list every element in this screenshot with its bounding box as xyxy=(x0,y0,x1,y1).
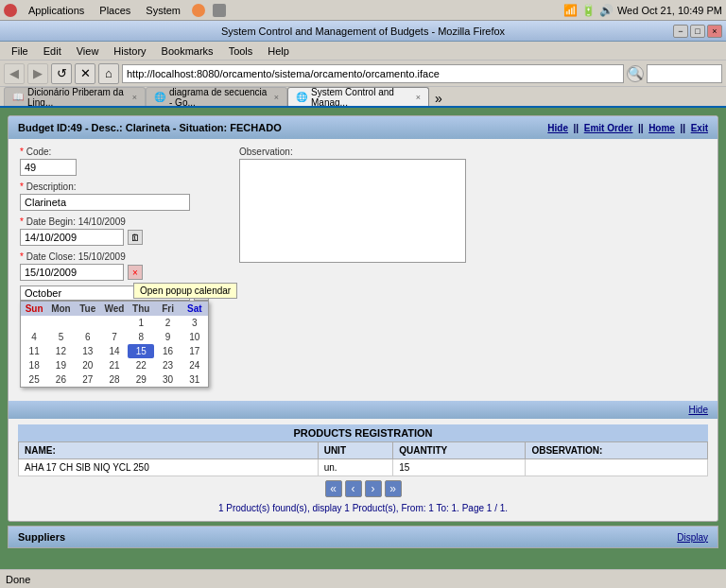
os-app2-icon xyxy=(213,4,226,17)
products-hide-link[interactable]: Hide xyxy=(688,405,708,415)
form-row-main: Code: Description: Date Begin: 14/10/200… xyxy=(20,147,706,388)
cal-day-19[interactable]: 19 xyxy=(47,358,74,372)
date-close-row: × xyxy=(20,264,209,281)
suppliers-display-link[interactable]: Display xyxy=(677,532,708,543)
products-title: PRODUCTS REGISTRATION xyxy=(18,424,708,441)
maximize-button[interactable]: □ xyxy=(690,25,705,38)
budget-header: Budget ID:49 - Desc.: Clarineta - Situat… xyxy=(9,116,717,139)
cal-day-27[interactable]: 27 xyxy=(75,372,101,387)
new-tab-button[interactable]: » xyxy=(429,91,448,106)
page-next-button[interactable]: › xyxy=(365,480,382,497)
menu-help[interactable]: Help xyxy=(260,43,297,59)
os-network-icon: 📶 xyxy=(563,4,578,17)
emit-order-link[interactable]: Emit Order xyxy=(584,123,633,133)
home-link[interactable]: Home xyxy=(648,123,675,133)
os-places[interactable]: Places xyxy=(95,3,134,18)
cal-day-2[interactable]: 2 xyxy=(154,316,181,330)
cal-day-30[interactable]: 30 xyxy=(154,372,181,387)
code-input[interactable] xyxy=(20,159,77,176)
date-begin-group: Date Begin: 14/10/2009 🗓 xyxy=(20,216,209,246)
tab-close-2[interactable]: × xyxy=(416,93,421,102)
search-bar[interactable] xyxy=(647,64,722,83)
observation-group: Observation: xyxy=(239,147,466,388)
cal-day-17[interactable]: 17 xyxy=(182,344,208,358)
cal-day-22[interactable]: 22 xyxy=(128,358,154,372)
cal-day-25[interactable]: 25 xyxy=(21,372,47,387)
window-title: System Control and Management of Budgets… xyxy=(221,26,505,37)
page-prev-button[interactable]: ‹ xyxy=(345,480,362,497)
cal-day-3[interactable]: 3 xyxy=(182,316,208,330)
reload-button[interactable]: ↺ xyxy=(51,63,72,84)
cal-day-8[interactable]: 8 xyxy=(128,330,154,344)
cal-header-sat: Sat xyxy=(182,302,208,316)
cal-day-13[interactable]: 13 xyxy=(75,344,101,358)
cal-day-6[interactable]: 6 xyxy=(75,330,101,344)
tab-close-0[interactable]: × xyxy=(132,93,137,102)
os-system[interactable]: System xyxy=(142,3,184,18)
cal-day-24[interactable]: 24 xyxy=(182,358,208,372)
minimize-button[interactable]: − xyxy=(673,25,688,38)
forward-button[interactable]: ▶ xyxy=(27,63,48,84)
date-begin-input[interactable] xyxy=(20,229,124,246)
date-close-input[interactable] xyxy=(20,264,124,281)
home-button[interactable]: ⌂ xyxy=(98,63,119,84)
os-battery-icon: 🔋 xyxy=(581,4,596,17)
cal-day-16[interactable]: 16 xyxy=(154,344,181,358)
row-observation xyxy=(526,459,708,476)
cal-day-15[interactable]: 15 xyxy=(128,344,154,358)
description-input[interactable] xyxy=(20,194,190,211)
date-close-clear-icon[interactable]: × xyxy=(128,265,143,280)
cal-day-11[interactable]: 11 xyxy=(21,344,47,358)
calendar-box: Sun Mon Tue Wed Thu Fri Sat xyxy=(20,301,209,388)
cal-day-31[interactable]: 31 xyxy=(182,372,208,387)
hide-link[interactable]: Hide xyxy=(547,123,568,133)
cal-day-10[interactable]: 10 xyxy=(182,330,208,344)
cal-day-5[interactable]: 5 xyxy=(47,330,74,344)
date-begin-cal-icon[interactable]: 🗓 xyxy=(128,230,143,245)
cal-day-14[interactable]: 14 xyxy=(101,344,128,358)
cal-day-1[interactable]: 1 xyxy=(128,316,154,330)
menu-history[interactable]: History xyxy=(106,43,153,59)
os-applications[interactable]: Applications xyxy=(25,3,88,18)
cal-header-tue: Tue xyxy=(75,302,101,316)
row-quantity: 15 xyxy=(393,459,526,476)
back-button[interactable]: ◀ xyxy=(4,63,25,84)
menu-bar: File Edit View History Bookmarks Tools H… xyxy=(0,42,726,61)
cal-day-29[interactable]: 29 xyxy=(128,372,154,387)
cal-day-20[interactable]: 20 xyxy=(75,358,101,372)
cal-day-7[interactable]: 7 xyxy=(101,330,128,344)
tab-close-1[interactable]: × xyxy=(274,93,279,102)
menu-edit[interactable]: Edit xyxy=(36,43,69,59)
cal-day-18[interactable]: 18 xyxy=(21,358,47,372)
calendar-popup: October ◀ Sun Mon Tue Wed Thu xyxy=(20,285,209,388)
row-unit: un. xyxy=(318,459,393,476)
close-button[interactable]: × xyxy=(707,25,722,38)
tab-1[interactable]: 🌐 diagrama de secuencia - Go... × xyxy=(146,87,287,106)
cal-day-21[interactable]: 21 xyxy=(101,358,128,372)
address-bar[interactable] xyxy=(122,64,624,83)
cal-day-9[interactable]: 9 xyxy=(154,330,181,344)
exit-link[interactable]: Exit xyxy=(691,123,708,133)
cal-day-12[interactable]: 12 xyxy=(47,344,74,358)
description-label: Description: xyxy=(20,182,209,192)
stop-button[interactable]: ✕ xyxy=(75,63,95,84)
menu-view[interactable]: View xyxy=(69,43,107,59)
observation-textarea[interactable] xyxy=(239,159,466,263)
tab-2[interactable]: 🌐 System Control and Manag... × xyxy=(287,87,429,106)
form-left: Code: Description: Date Begin: 14/10/200… xyxy=(20,147,209,388)
tab-favicon-0: 📖 xyxy=(12,92,24,102)
cal-day-28[interactable]: 28 xyxy=(101,372,128,387)
description-group: Description: xyxy=(20,182,209,211)
os-bar: Applications Places System 📶 🔋 🔊 Wed Oct… xyxy=(0,0,726,21)
menu-bookmarks[interactable]: Bookmarks xyxy=(154,43,221,59)
cal-day-4[interactable]: 4 xyxy=(21,330,47,344)
code-group: Code: xyxy=(20,147,209,176)
os-right-bar: 📶 🔋 🔊 Wed Oct 21, 10:49 PM xyxy=(563,4,722,17)
page-first-button[interactable]: « xyxy=(325,480,342,497)
cal-day-26[interactable]: 26 xyxy=(47,372,74,387)
page-last-button[interactable]: » xyxy=(385,480,402,497)
tab-0[interactable]: 📖 Dicionário Priberam da Ling... × xyxy=(4,87,146,106)
menu-file[interactable]: File xyxy=(4,43,36,59)
cal-day-23[interactable]: 23 xyxy=(154,358,181,372)
menu-tools[interactable]: Tools xyxy=(221,43,261,59)
